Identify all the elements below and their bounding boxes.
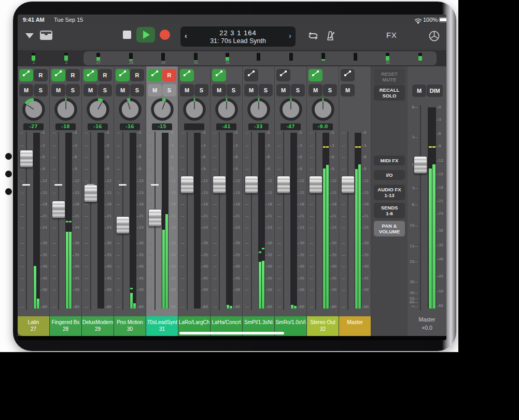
track-label-29[interactable]: DeluxModern29 <box>82 316 114 336</box>
automation-button[interactable] <box>341 69 355 81</box>
automation-button[interactable] <box>308 69 322 81</box>
recall-solo-button[interactable]: RECALL SOLO <box>374 85 405 101</box>
automation-button[interactable] <box>180 69 194 81</box>
master-meter-scale-tick <box>437 306 438 306</box>
track-label-30[interactable]: Pno Motion30 <box>114 316 146 336</box>
fx-label[interactable]: FX <box>386 31 397 39</box>
pan-knob[interactable] <box>54 97 78 123</box>
pan-knob[interactable] <box>118 97 142 123</box>
lcd-display[interactable]: ‹ 22 3 1 164 31: 70s Lead Synth › <box>180 26 296 47</box>
pan-knob[interactable] <box>150 97 174 123</box>
automation-button[interactable] <box>148 69 162 81</box>
meter-bar-left <box>323 169 326 309</box>
automation-button[interactable] <box>83 69 97 81</box>
fader-handle[interactable] <box>180 176 194 193</box>
sends-button[interactable]: SENDS 1-6 <box>374 203 405 218</box>
mute-button[interactable]: M <box>308 84 322 96</box>
track-label-27[interactable]: Latin27 <box>18 316 49 336</box>
record-enable-button[interactable]: R <box>66 69 80 81</box>
io-button[interactable]: I/O <box>374 170 405 180</box>
record-enable-button[interactable]: R <box>162 69 176 81</box>
fader-tick <box>149 146 152 146</box>
master-mute-button[interactable]: M <box>412 85 426 97</box>
fader-handle[interactable] <box>277 176 290 193</box>
track-label-31[interactable]: 70sLeadSynt31 <box>146 316 178 336</box>
meter-scale-tick <box>73 157 74 158</box>
mute-button[interactable]: M <box>19 84 33 96</box>
track-label-28[interactable]: Fingered Bs28 <box>50 316 81 336</box>
solo-button[interactable]: S <box>259 84 273 96</box>
settings-icon[interactable] <box>428 30 441 45</box>
fader-tick <box>117 267 120 267</box>
overview-channel-number: 29 <box>157 61 170 64</box>
track-label-master[interactable]: Master <box>339 316 371 336</box>
automation-button[interactable] <box>212 69 226 81</box>
mute-button[interactable]: M <box>212 84 226 96</box>
audio-fx-button[interactable]: AUDIO FX 1-13 <box>374 185 405 200</box>
mute-button[interactable]: M <box>276 84 290 96</box>
track-label-32[interactable]: Stereo Out32 <box>307 316 339 336</box>
metronome-icon[interactable] <box>324 30 336 44</box>
mute-button[interactable]: M <box>83 84 97 96</box>
fader-handle[interactable] <box>52 201 65 218</box>
meter-scale-tick <box>40 228 42 228</box>
master-fader-handle[interactable] <box>414 156 427 174</box>
meter-bar-left <box>259 262 261 309</box>
solo-button[interactable]: S <box>98 84 112 96</box>
pan-knob[interactable] <box>22 97 46 123</box>
automation-button[interactable] <box>116 69 130 81</box>
fader-handle[interactable] <box>213 176 226 193</box>
library-tray-icon[interactable] <box>39 30 53 43</box>
midi-fx-button[interactable]: MIDI FX <box>374 156 405 165</box>
automation-button[interactable] <box>51 69 65 81</box>
cycle-icon[interactable] <box>306 30 320 44</box>
automation-button[interactable] <box>244 69 258 81</box>
solo-button[interactable]: S <box>323 84 337 96</box>
pan-knob[interactable] <box>279 97 303 123</box>
stop-button[interactable] <box>123 31 131 39</box>
fader-handle[interactable] <box>309 176 322 193</box>
fader-handle[interactable] <box>245 176 258 193</box>
mute-button[interactable]: M <box>341 84 355 96</box>
solo-button[interactable]: S <box>34 84 48 96</box>
channel-overview-strip[interactable]: 12272829303132 <box>18 50 446 66</box>
pan-knob[interactable] <box>183 97 206 123</box>
pan-volume-button[interactable]: PAN & VOLUME <box>374 221 405 236</box>
solo-button[interactable]: S <box>227 84 241 96</box>
overview-mini-meter <box>321 53 325 61</box>
mute-button[interactable]: M <box>116 84 130 96</box>
mute-button[interactable]: M <box>51 84 65 96</box>
fader-handle[interactable] <box>148 209 162 227</box>
record-enable-button[interactable]: R <box>34 69 48 81</box>
fader-handle[interactable] <box>341 176 355 193</box>
solo-button[interactable]: S <box>194 84 208 96</box>
pan-knob[interactable] <box>215 97 239 123</box>
fader-default-marker <box>22 184 30 186</box>
mute-button[interactable]: M <box>180 84 194 96</box>
pan-knob[interactable] <box>311 97 335 123</box>
fader-handle[interactable] <box>20 150 33 167</box>
play-button[interactable] <box>136 27 155 43</box>
pan-knob[interactable] <box>86 97 110 123</box>
solo-button[interactable]: S <box>291 84 305 96</box>
meter-scale-tick <box>137 307 138 307</box>
automation-button[interactable] <box>276 69 290 81</box>
solo-button[interactable]: S <box>66 84 80 96</box>
solo-button[interactable]: S <box>130 84 144 96</box>
fader-track <box>251 132 252 310</box>
pan-knob[interactable] <box>247 97 271 123</box>
disclosure-triangle-icon[interactable] <box>25 33 34 38</box>
fader-handle[interactable] <box>116 216 130 234</box>
record-enable-button[interactable]: R <box>130 69 144 81</box>
solo-button[interactable]: S <box>162 84 176 96</box>
reset-mute-button[interactable]: RESET MUTE <box>374 69 405 85</box>
master-dim-button[interactable]: DIM <box>427 85 443 97</box>
next-track-chevron[interactable]: › <box>289 31 291 40</box>
mute-button[interactable]: M <box>244 84 258 96</box>
record-button[interactable] <box>160 30 170 40</box>
fader-handle[interactable] <box>84 185 97 202</box>
channel-strip-master: M03691215182124303540455060 <box>339 66 371 336</box>
record-enable-button[interactable]: R <box>98 69 112 81</box>
mute-button[interactable]: M <box>148 84 162 96</box>
automation-button[interactable] <box>19 69 33 81</box>
